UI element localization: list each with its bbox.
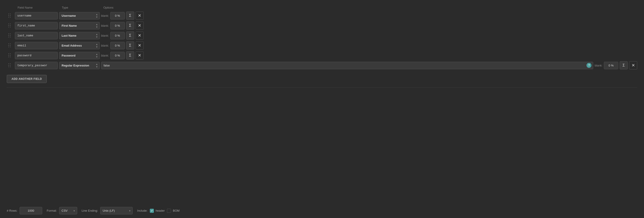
field-name-input[interactable] — [15, 62, 58, 69]
drag-dots — [8, 63, 12, 67]
bom-checkbox[interactable] — [167, 209, 171, 213]
table-row: UsernameFirst NameLast NameEmail Address… — [7, 12, 637, 20]
type-select-wrapper: UsernameFirst NameLast NameEmail Address… — [59, 12, 100, 20]
format-item: Format: CSVJSONTSV ▼ — [47, 207, 77, 214]
format-select[interactable]: CSVJSONTSV — [59, 207, 77, 214]
sigma-button[interactable]: Σ — [620, 61, 628, 69]
sigma-button[interactable]: Σ — [126, 41, 134, 50]
type-select-wrapper: UsernameFirst NameLast NameEmail Address… — [59, 22, 100, 29]
help-button[interactable]: ? — [586, 63, 592, 68]
bom-checkbox-label: BOM — [173, 209, 180, 212]
field-name-input[interactable] — [15, 32, 58, 39]
header-checkbox[interactable] — [150, 209, 154, 213]
rows-item: # Rows: — [7, 207, 42, 214]
include-label: Include: — [137, 209, 148, 212]
blank-label: blank: — [101, 54, 109, 57]
blank-input[interactable] — [110, 22, 125, 29]
drag-dots — [8, 34, 12, 38]
blank-input[interactable] — [110, 12, 125, 20]
header-field-name: Field Name — [16, 6, 61, 9]
type-select-wrapper: UsernameFirst NameLast NameEmail Address… — [59, 42, 100, 49]
sigma-button[interactable]: Σ — [126, 12, 134, 20]
type-select-wrapper: UsernameFirst NameLast NameEmail Address… — [59, 52, 100, 59]
drag-dots — [8, 24, 12, 28]
options-area: blank:Σ✕ — [101, 31, 637, 40]
header-checkbox-wrapper: header — [150, 209, 165, 213]
line-ending-select[interactable]: Unix (LF)Windows (CRLF)Classic Mac (CR) — [100, 207, 133, 214]
blank-label: blank: — [101, 24, 109, 27]
type-select[interactable]: UsernameFirst NameLast NameEmail Address… — [59, 62, 100, 69]
sigma-button[interactable]: Σ — [126, 31, 134, 40]
table-row: UsernameFirst NameLast NameEmail Address… — [7, 41, 637, 50]
blank-input[interactable] — [110, 32, 125, 39]
line-ending-label: Line Ending: — [82, 209, 98, 212]
field-rows-container: UsernameFirst NameLast NameEmail Address… — [7, 12, 637, 69]
table-row: UsernameFirst NameLast NameEmail Address… — [7, 61, 637, 69]
drag-handle[interactable] — [7, 33, 14, 38]
type-select[interactable]: UsernameFirst NameLast NameEmail Address… — [59, 42, 100, 49]
rows-input[interactable] — [20, 207, 42, 214]
close-button[interactable]: ✕ — [136, 31, 144, 40]
format-select-wrapper: CSVJSONTSV ▼ — [59, 207, 77, 214]
sigma-button[interactable]: Σ — [126, 51, 134, 59]
type-select[interactable]: UsernameFirst NameLast NameEmail Address… — [59, 32, 100, 39]
sigma-button[interactable]: Σ — [126, 22, 134, 30]
bom-checkbox-wrapper: BOM — [167, 209, 180, 213]
table-row: UsernameFirst NameLast NameEmail Address… — [7, 51, 637, 59]
blank-label: blank: — [101, 14, 109, 17]
type-select-wrapper: UsernameFirst NameLast NameEmail Address… — [59, 32, 100, 39]
field-name-input[interactable] — [15, 52, 58, 59]
blank-label: blank: — [594, 64, 602, 67]
options-area: blank:Σ✕ — [101, 51, 637, 59]
options-area: blank:Σ✕ — [101, 22, 637, 30]
table-row: UsernameFirst NameLast NameEmail Address… — [7, 22, 637, 30]
drag-dots — [8, 14, 12, 18]
header-checkbox-label: header — [156, 209, 165, 212]
table-header: Field Name Type Options — [7, 5, 637, 11]
close-button[interactable]: ✕ — [136, 41, 144, 50]
blank-input[interactable] — [110, 42, 125, 49]
blank-input[interactable] — [604, 62, 618, 69]
options-area: blank:Σ✕ — [101, 12, 637, 20]
line-ending-select-wrapper: Unix (LF)Windows (CRLF)Classic Mac (CR) … — [100, 207, 133, 214]
blank-label: blank: — [101, 44, 109, 47]
close-button[interactable]: ✕ — [136, 22, 144, 30]
divider — [7, 87, 637, 88]
close-button[interactable]: ✕ — [136, 12, 144, 20]
type-select-wrapper: UsernameFirst NameLast NameEmail Address… — [59, 62, 100, 69]
format-label: Format: — [47, 209, 57, 212]
blank-label: blank: — [101, 34, 109, 37]
close-button[interactable]: ✕ — [136, 51, 144, 59]
close-button[interactable]: ✕ — [629, 61, 637, 69]
header-options: Options — [102, 6, 637, 9]
field-name-input[interactable] — [15, 22, 58, 29]
table-row: UsernameFirst NameLast NameEmail Address… — [7, 31, 637, 40]
drag-handle[interactable] — [7, 52, 14, 58]
regex-input-wrapper: ? — [101, 62, 593, 69]
drag-handle[interactable] — [7, 43, 14, 48]
regex-input[interactable] — [101, 62, 593, 69]
rows-label: # Rows: — [7, 209, 17, 212]
drag-dots — [8, 53, 12, 57]
type-select[interactable]: UsernameFirst NameLast NameEmail Address… — [59, 52, 100, 59]
footer-bar: # Rows: Format: CSVJSONTSV ▼ Line Ending… — [0, 203, 644, 218]
header-type: Type — [61, 6, 102, 9]
blank-input[interactable] — [110, 52, 125, 59]
drag-handle[interactable] — [7, 62, 14, 68]
line-ending-item: Line Ending: Unix (LF)Windows (CRLF)Clas… — [82, 207, 133, 214]
add-field-button[interactable]: ADD ANOTHER FIELD — [7, 75, 47, 83]
include-item: Include: header BOM — [137, 209, 180, 213]
drag-dots — [8, 43, 12, 48]
options-area: ?blank:Σ✕ — [101, 61, 637, 69]
field-name-input[interactable] — [15, 42, 58, 49]
field-name-input[interactable] — [15, 12, 58, 20]
type-select[interactable]: UsernameFirst NameLast NameEmail Address… — [59, 22, 100, 29]
type-select[interactable]: UsernameFirst NameLast NameEmail Address… — [59, 12, 100, 20]
drag-handle[interactable] — [7, 23, 14, 29]
drag-handle[interactable] — [7, 13, 14, 19]
options-area: blank:Σ✕ — [101, 41, 637, 50]
